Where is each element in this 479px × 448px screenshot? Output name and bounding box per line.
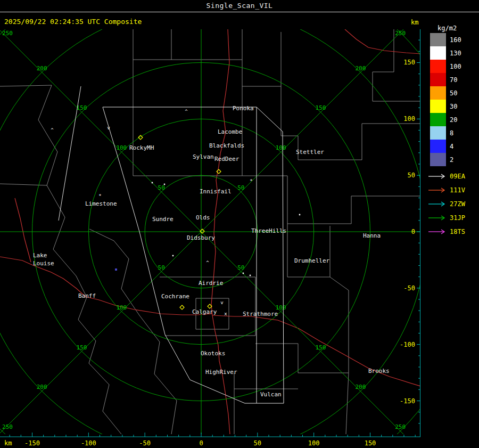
site-id: 27ZW: [450, 200, 465, 208]
county-boundary: [89, 229, 177, 434]
point-marker: [164, 184, 166, 185]
glyph-marker: ^: [185, 109, 188, 114]
colorbar-value: 8: [450, 129, 453, 137]
colorbar-value: 70: [450, 76, 457, 84]
y-axis-tick-label: -50: [403, 284, 415, 292]
colorbar-swatch: [430, 86, 446, 100]
site-entry: 27ZW: [428, 197, 465, 211]
x-axis-tick-label: -100: [81, 439, 96, 447]
colorbar-entry: 8: [430, 126, 461, 140]
site-arrow-icon: [428, 187, 447, 193]
county-boundary: [242, 60, 281, 86]
glyph-marker: ^: [206, 260, 209, 265]
town-label: Sylvan: [193, 153, 214, 160]
colorbar-swatch: [430, 100, 446, 113]
site-entry: 09EA: [428, 169, 465, 183]
county-boundary: [133, 29, 242, 60]
range-ring-label: 100: [276, 304, 286, 311]
y-axis-tick-label: 0: [411, 228, 415, 235]
colorbar-entry: 70: [430, 73, 461, 86]
range-ring-label: 50: [237, 184, 244, 191]
range-ring-label: 150: [77, 104, 87, 111]
scan-sector-outline: [59, 86, 81, 221]
colorbar-entry: 130: [430, 46, 461, 60]
glyph-marker: *: [98, 193, 101, 199]
range-ring-label: 100: [276, 144, 286, 151]
colorbar-swatch: [430, 33, 446, 46]
town-label: Airdrie: [199, 280, 223, 287]
colorbar-value: 100: [450, 63, 461, 70]
town-label: Hanna: [363, 232, 381, 239]
x-axis-tick-label: -150: [24, 439, 40, 447]
colorbar-value: 4: [450, 143, 453, 150]
county-boundary: [255, 277, 349, 373]
county-boundary: [287, 196, 420, 224]
site-arrow-icon: [428, 201, 447, 207]
y-axis-tick-label: 50: [408, 172, 415, 179]
radar-application-window: Single_Scan_VIL 2025/09/22 02:24:35 UTC …: [0, 0, 479, 448]
town-label: Calgary: [192, 308, 217, 315]
colorbar-value: 50: [450, 89, 457, 97]
range-ring-label: 150: [316, 344, 326, 351]
colorbar-title: kg/m2: [437, 25, 457, 32]
county-boundary: [242, 176, 287, 224]
range-ring-label: 200: [355, 65, 366, 72]
glyph-marker: v: [107, 125, 110, 131]
site-entry: 18TS: [428, 225, 465, 239]
range-ring-label: 50: [158, 184, 165, 191]
point-marker: [243, 273, 244, 274]
y-axis-tick-label: -150: [400, 397, 415, 405]
site-id: 18TS: [450, 228, 465, 235]
titlebar-divider: [0, 12, 479, 12]
range-ring-label: 250: [2, 30, 13, 37]
glyph-marker: *: [250, 178, 252, 184]
point-marker: [172, 255, 174, 257]
town-label: Lacombe: [218, 128, 242, 135]
colorbar-entry: 100: [430, 60, 461, 73]
range-ring-label: 200: [355, 384, 366, 390]
vil-pixel: [115, 268, 117, 271]
town-label: Limestone: [85, 200, 117, 207]
range-ring-label: 250: [2, 423, 13, 430]
site-arrow-icon: [428, 229, 447, 235]
x-axis-tick-label: 150: [365, 439, 376, 447]
x-axis-tick-label: 50: [254, 439, 261, 447]
colorbar-swatch: [430, 153, 446, 166]
site-id: 31JP: [450, 214, 465, 222]
site-id: 111V: [450, 186, 465, 194]
colorbar-value: 20: [450, 116, 457, 124]
glyph-marker: ^: [51, 127, 54, 133]
point-marker: [299, 214, 301, 216]
radar-map-canvas[interactable]: 5010015020025050100150200250501001502002…: [0, 29, 420, 448]
town-label: Olds: [196, 214, 210, 221]
colorbar-swatch: [430, 46, 446, 60]
point-marker: [152, 182, 153, 184]
town-label: Vulcan: [260, 391, 282, 398]
range-ring-label: 50: [158, 264, 165, 271]
colorbar-value: 30: [450, 103, 457, 110]
town-label: Strathmore: [243, 311, 278, 317]
colorbar-swatch: [430, 140, 446, 153]
highway-line: [0, 257, 212, 315]
point-marker: [250, 275, 251, 276]
colorbar-entry: 2: [430, 153, 461, 166]
town-label: ThreeHills: [251, 227, 286, 234]
town-label: Lake: [33, 252, 47, 259]
range-ring-label: 50: [237, 264, 244, 271]
town-label: Blackfalds: [209, 142, 244, 149]
town-label: Cochrane: [161, 293, 189, 300]
x-axis-tick-label: 0: [199, 439, 203, 447]
highway-line: [15, 198, 31, 262]
town-label: Drumheller: [294, 257, 330, 264]
town-label: Brooks: [368, 368, 390, 374]
town-label: Didsbury: [187, 234, 215, 241]
town-label: RedDeer: [214, 156, 240, 162]
town-label: HighRiver: [205, 369, 237, 376]
colorbar-entries: 16013010070503020842: [430, 33, 461, 166]
azimuth-line: [0, 232, 201, 443]
county-boundary: [281, 32, 298, 160]
county-boundary: [0, 85, 52, 86]
site-id: 09EA: [450, 173, 465, 180]
town-label: Okotoks: [201, 350, 225, 357]
colorbar-entry: 30: [430, 100, 461, 113]
